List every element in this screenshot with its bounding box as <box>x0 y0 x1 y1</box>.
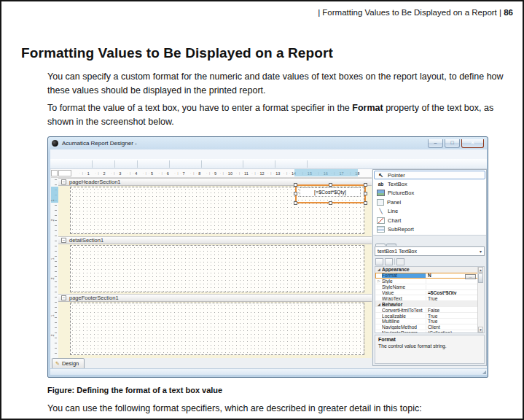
tab-design[interactable]: ✎ Design <box>52 358 85 369</box>
align-left-icon[interactable] <box>171 160 181 168</box>
minimize-button[interactable]: – <box>428 139 443 148</box>
separator[interactable] <box>307 160 308 168</box>
property-pages-icon[interactable] <box>396 258 404 265</box>
paragraph-2: To format the value of a text box, you h… <box>47 101 517 129</box>
picturebox-icon <box>377 190 385 196</box>
make-same-height-icon[interactable] <box>254 160 264 168</box>
selection-handle[interactable] <box>329 183 332 187</box>
send-to-back-icon[interactable] <box>149 160 158 168</box>
property-row-navigateparams[interactable]: NavigateParams (Collection) … <box>375 330 484 333</box>
open-report-icon[interactable] <box>62 160 71 168</box>
scroll-up-icon[interactable]: ▲ <box>478 267 483 273</box>
separator[interactable] <box>137 160 138 168</box>
band-header-detailsection[interactable]: − detailSection1 <box>58 236 372 244</box>
page-footer-design-surface[interactable] <box>70 303 364 355</box>
textbox-expression[interactable]: [=$Cost*$Qty] <box>300 187 361 197</box>
copy-icon[interactable] <box>126 160 136 168</box>
object-selector-dropdown[interactable]: textBox1 TextBox ▾ <box>375 246 485 256</box>
selection-handle[interactable] <box>364 183 367 187</box>
scroll-down-icon[interactable]: ▼ <box>478 327 483 332</box>
align-top-icon[interactable] <box>203 160 213 168</box>
align-bottom-icon[interactable] <box>222 160 232 168</box>
toolbox-item-line[interactable]: ╲ Line <box>374 207 485 216</box>
space-across-icon[interactable] <box>277 160 286 168</box>
property-row-navigatemethod[interactable]: NavigateMethod Client … <box>375 324 484 330</box>
row-expand-icon: ▷ <box>376 279 382 283</box>
row-expand-icon: ◢ <box>376 303 382 306</box>
separator[interactable] <box>92 160 93 168</box>
property-row-multiline[interactable]: Multiline True … <box>375 319 484 324</box>
increase-vspacing-icon[interactable] <box>318 160 328 168</box>
toolbox-item-chart[interactable]: Chart <box>374 216 485 225</box>
band-label: pageFooterSection1 <box>69 295 119 301</box>
property-row-localizable[interactable]: Localizable True … <box>375 313 484 319</box>
toolbox-item-pointer[interactable]: ↖ Pointer <box>374 171 485 179</box>
center-in-section-icon[interactable] <box>232 160 241 168</box>
make-same-size-icon[interactable] <box>264 160 273 168</box>
collapse-band-icon[interactable]: − <box>61 238 66 243</box>
resize-grip[interactable] <box>482 370 486 374</box>
tab-properties[interactable] <box>375 244 386 246</box>
toolbox-item-picturebox[interactable]: PictureBox <box>374 189 485 198</box>
property-row-format[interactable]: Format N … <box>375 273 484 279</box>
pointer-icon: ↖ <box>377 172 385 179</box>
increase-hspacing-icon[interactable] <box>286 160 296 168</box>
align-center-icon[interactable] <box>181 160 190 168</box>
align-right-icon[interactable] <box>190 160 200 168</box>
separator[interactable] <box>114 160 115 168</box>
collapse-band-icon[interactable]: − <box>61 295 66 300</box>
property-row-wraptext[interactable]: WrapText True … <box>375 295 484 301</box>
toolbox-item-textbox[interactable]: ab TextBox <box>374 179 485 188</box>
selection-handle[interactable] <box>364 192 367 195</box>
redo-icon[interactable] <box>103 160 113 168</box>
selection-handle[interactable] <box>329 201 332 205</box>
window-titlebar[interactable]: Acumatica Report Designer - – □ × <box>48 137 488 149</box>
property-row-converthtmltotext[interactable]: ConvertHtmlToText False … <box>375 307 484 313</box>
align-middle-icon[interactable] <box>213 160 222 168</box>
tab-fields[interactable] <box>386 244 396 246</box>
new-report-icon[interactable] <box>52 160 62 168</box>
report-bands: − pageHeaderSection1 [=$Cost*$Qty] − det… <box>58 178 372 358</box>
separator[interactable] <box>394 258 395 265</box>
space-down-icon[interactable] <box>309 160 318 168</box>
selected-textbox[interactable]: [=$Cost*$Qty] <box>295 184 366 203</box>
property-row-value[interactable]: Value =$Cost*$Qty … <box>375 290 484 296</box>
save-as-icon[interactable] <box>81 160 90 168</box>
toolbox-item-panel[interactable]: Panel <box>374 198 485 206</box>
close-button[interactable]: × <box>461 139 484 148</box>
send-backward-icon[interactable] <box>158 160 168 168</box>
property-row-style[interactable]: ▷ Style … <box>375 279 484 284</box>
selection-handle[interactable] <box>294 201 297 205</box>
bring-to-front-icon[interactable] <box>139 160 149 168</box>
selection-handle[interactable] <box>294 183 297 187</box>
categorized-icon[interactable] <box>375 258 383 265</box>
report-designer-window: Acumatica Report Designer - – □ × 123456… <box>47 136 488 378</box>
separator[interactable] <box>201 160 202 168</box>
property-category-appearance[interactable]: ◢ Appearance … <box>375 267 484 273</box>
make-same-width-icon[interactable] <box>245 160 254 168</box>
property-grid-scrollbar[interactable]: ▲ ▼ <box>477 267 484 332</box>
selection-handle[interactable] <box>364 201 367 205</box>
separator[interactable] <box>169 160 170 168</box>
save-report-icon[interactable] <box>71 160 81 168</box>
band-header-pagefootersection[interactable]: − pageFooterSection1 <box>58 294 372 302</box>
decrease-hspacing-icon[interactable] <box>296 160 305 168</box>
scrollbar-thumb[interactable] <box>478 273 483 283</box>
detail-design-surface[interactable] <box>70 245 364 292</box>
undo-icon[interactable] <box>94 160 103 168</box>
separator[interactable] <box>275 160 275 168</box>
property-name: NavigateParams <box>382 331 426 333</box>
selection-handle[interactable] <box>294 192 297 195</box>
separator[interactable] <box>243 160 243 168</box>
cut-icon[interactable] <box>117 160 126 168</box>
maximize-button[interactable]: □ <box>445 139 460 148</box>
band-label: pageHeaderSection1 <box>69 179 120 185</box>
property-row-stylename[interactable]: StyleName … <box>375 284 484 290</box>
toolbox-item-subreport[interactable]: SubReport <box>374 225 485 233</box>
decrease-vspacing-icon[interactable] <box>328 160 337 168</box>
collapse-band-icon[interactable]: − <box>61 179 66 184</box>
paragraph-1: You can specify a custom format for the … <box>47 70 517 98</box>
vruler-number: 2 <box>50 219 55 221</box>
property-category-behavior[interactable]: ◢ Behavior … <box>375 301 484 307</box>
alphabetical-icon[interactable] <box>385 258 393 265</box>
